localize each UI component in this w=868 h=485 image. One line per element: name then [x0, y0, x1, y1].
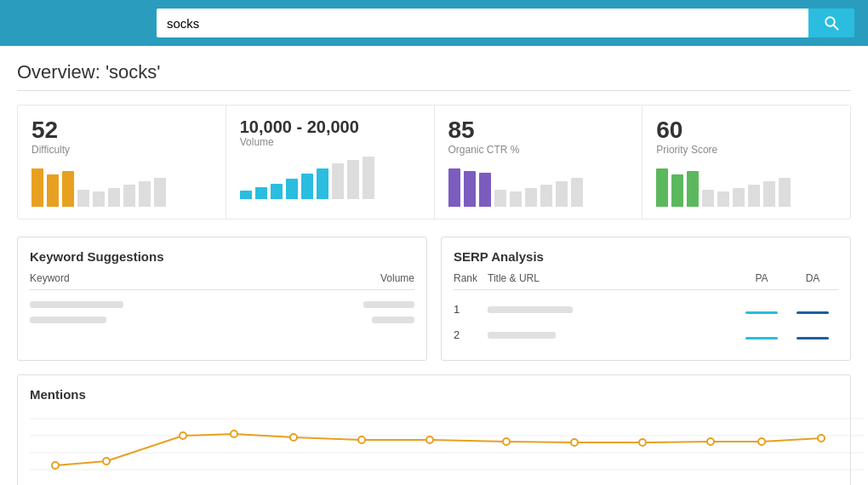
priority-score-value: 60 — [656, 117, 837, 144]
bar — [748, 185, 760, 207]
bar — [93, 191, 105, 207]
bar — [154, 178, 166, 207]
bar — [763, 181, 775, 207]
keyword-table-header: Keyword Volume — [30, 272, 414, 290]
volume-card: 10,000 - 20,000 Volume — [226, 106, 435, 219]
keyword-suggestions-panel: Keyword Suggestions Keyword Volume — [17, 237, 427, 361]
volume-placeholder — [372, 317, 414, 323]
svg-point-16 — [707, 438, 714, 445]
svg-point-13 — [503, 438, 510, 445]
table-row — [30, 312, 414, 328]
priority-score-chart — [656, 164, 837, 207]
serp-da-val — [787, 328, 838, 343]
keyword-suggestions-title: Keyword Suggestions — [30, 249, 414, 264]
bar — [363, 157, 374, 199]
bar — [317, 168, 328, 199]
mentions-title: Mentions — [30, 387, 838, 402]
serp-da-val — [787, 302, 838, 317]
bar — [332, 163, 344, 199]
serp-title-line — [488, 306, 573, 313]
serp-row: 1 — [454, 297, 838, 322]
difficulty-value: 52 — [31, 117, 212, 144]
svg-point-18 — [818, 435, 825, 442]
bar — [62, 171, 74, 207]
bar — [108, 188, 120, 207]
serp-header: Rank Title & URL PA DA — [454, 272, 838, 290]
bar — [271, 184, 283, 199]
overview-title: Overview: 'socks' — [17, 61, 851, 83]
bar — [671, 174, 683, 207]
bar — [556, 181, 568, 207]
two-panels: Keyword Suggestions Keyword Volume — [17, 237, 851, 361]
svg-point-17 — [758, 438, 765, 445]
bar — [717, 191, 729, 207]
bar — [31, 168, 43, 207]
svg-point-7 — [103, 458, 110, 465]
svg-point-9 — [231, 431, 237, 437]
bar — [571, 178, 583, 207]
svg-line-1 — [834, 26, 838, 30]
serp-col-pa: PA — [736, 272, 787, 284]
volume-cell — [286, 317, 414, 323]
bar — [448, 168, 460, 207]
keyword-placeholder — [30, 317, 106, 323]
difficulty-card: 52 Difficulty — [18, 106, 226, 219]
serp-title-placeholder — [488, 332, 736, 339]
teal-bar — [745, 311, 778, 314]
keyword-cell — [30, 317, 286, 323]
svg-point-14 — [571, 439, 578, 446]
blue-bar — [797, 311, 829, 314]
bar — [540, 185, 552, 207]
svg-point-15 — [639, 439, 646, 446]
difficulty-chart — [31, 164, 212, 207]
mentions-panel: Mentions — [17, 374, 851, 485]
col-keyword-header: Keyword — [30, 272, 286, 284]
bar — [702, 190, 714, 207]
svg-point-8 — [180, 432, 186, 439]
serp-col-rank: Rank — [454, 272, 488, 284]
bar — [47, 174, 59, 207]
volume-chart — [240, 157, 420, 199]
bar — [286, 179, 298, 199]
difficulty-label: Difficulty — [31, 144, 212, 156]
bar — [733, 188, 745, 207]
search-button[interactable] — [808, 9, 854, 37]
volume-placeholder — [363, 301, 414, 308]
svg-point-11 — [358, 436, 365, 443]
bar — [479, 173, 491, 207]
serp-pa-val — [736, 302, 787, 317]
search-input[interactable] — [157, 9, 808, 37]
serp-pa-val — [736, 328, 787, 343]
top-bar — [0, 0, 868, 46]
serp-title-placeholder — [488, 306, 736, 313]
bar — [139, 181, 151, 207]
bar — [687, 171, 699, 207]
divider — [17, 90, 851, 91]
mentions-chart — [30, 410, 838, 478]
bar — [347, 160, 359, 199]
mentions-line-chart — [30, 410, 864, 478]
serp-title: SERP Analysis — [454, 249, 838, 264]
bar — [301, 174, 313, 199]
serp-title-line — [488, 332, 556, 339]
bar — [240, 191, 252, 199]
keyword-placeholder — [30, 301, 123, 308]
serp-rank-2: 2 — [454, 328, 488, 341]
volume-cell — [286, 301, 414, 308]
keyword-cell — [30, 301, 286, 308]
search-wrapper — [157, 9, 854, 37]
serp-row: 2 — [454, 322, 838, 348]
serp-col-da: DA — [787, 272, 838, 284]
bar — [525, 188, 537, 207]
priority-score-label: Priority Score — [656, 144, 837, 156]
serp-analysis-panel: SERP Analysis Rank Title & URL PA DA 1 — [441, 237, 851, 361]
search-icon — [824, 15, 839, 31]
organic-ctr-chart — [448, 164, 629, 207]
bar — [494, 190, 506, 207]
bar — [510, 191, 522, 207]
serp-col-title: Title & URL — [488, 272, 736, 284]
teal-bar — [745, 337, 778, 340]
bar — [123, 185, 135, 207]
svg-point-6 — [52, 462, 59, 469]
svg-point-10 — [290, 434, 297, 441]
